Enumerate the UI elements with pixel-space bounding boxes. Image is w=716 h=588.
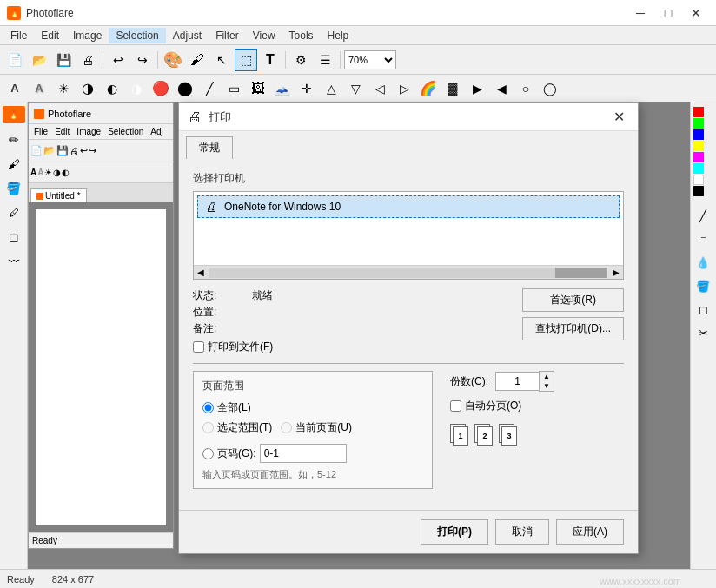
tool-brush[interactable]: 🖌 [3,153,25,175]
layers-button[interactable]: ☰ [314,49,336,71]
color-yellow[interactable] [693,141,704,151]
settings-button[interactable]: ⚙ [289,49,312,71]
preferences-button[interactable]: 首选项(R) [522,288,624,312]
cancel-button[interactable]: 取消 [495,519,549,545]
color-button[interactable]: 🎨 [162,49,184,71]
scroll-thumb[interactable] [555,268,607,278]
select-button[interactable]: ⬚ [235,49,257,71]
color-red[interactable] [693,107,704,117]
image2-button[interactable]: 🗻 [271,77,294,100]
radio-current[interactable] [281,422,292,433]
tri4-button[interactable]: ▷ [393,77,415,100]
arrow-button[interactable]: ↖ [210,49,233,71]
tool-right-3[interactable]: 💧 [693,252,713,273]
inner-menu-selection[interactable]: Selection [104,127,147,136]
color-black[interactable] [693,186,704,196]
tri3-button[interactable]: ◁ [368,77,391,100]
menu-filter[interactable]: Filter [209,28,246,43]
inner-menu-edit[interactable]: Edit [51,127,73,136]
palette-button[interactable]: 🖌 [186,49,209,71]
text-shadow-button[interactable]: A [28,77,50,100]
color-blue[interactable] [693,129,704,140]
open-button[interactable]: 📂 [28,49,50,71]
dialog-close-button[interactable]: ✕ [608,109,629,126]
gray-button[interactable]: ▓ [441,77,464,100]
circle2-button[interactable]: ◯ [539,77,561,100]
menu-image[interactable]: Image [66,28,109,43]
menu-file[interactable]: File [3,28,34,43]
radio-all[interactable] [202,402,214,413]
collate-checkbox[interactable] [450,400,461,412]
minimize-button[interactable]: ─ [627,4,653,22]
brightness-button[interactable]: ☀ [52,77,75,100]
tool-right-4[interactable]: 🪣 [693,275,713,296]
menu-adjust[interactable]: Adjust [166,28,209,43]
save-button[interactable]: 💾 [52,49,75,71]
tool-eraser[interactable]: ◻ [3,226,25,248]
zoom-select[interactable]: 70% [344,50,396,69]
redo-button[interactable]: ↪ [131,49,154,71]
close-button[interactable]: ✕ [683,4,709,22]
color-cyan[interactable] [693,163,704,174]
inner-menu-adj[interactable]: Adj [147,127,166,136]
tone1-button[interactable]: ◐ [101,77,123,100]
undo-button[interactable]: ↩ [107,49,129,71]
tone2-button[interactable]: ◑ [125,77,148,100]
copies-increment[interactable]: ▲ [540,372,554,381]
tri1-button[interactable]: △ [320,77,342,100]
text-color-button[interactable]: A [3,77,26,100]
ellipse-button[interactable]: ⬤ [174,77,196,100]
arrow2-button[interactable]: ▶ [466,77,488,100]
radio-selection[interactable] [202,422,214,433]
print-button[interactable]: 🖨 [76,49,99,71]
menu-edit[interactable]: Edit [34,28,66,43]
tool-right-2[interactable]: ⁻ [693,228,713,249]
tool-right-6[interactable]: ✂ [693,322,713,343]
tool-right-5[interactable]: ◻ [693,299,713,320]
tri2-button[interactable]: ▽ [344,77,367,100]
tool-pencil[interactable]: ✏ [3,129,25,151]
menu-tools[interactable]: Tools [282,28,321,43]
menu-selection[interactable]: Selection [109,28,165,43]
tool-pen[interactable]: 🖊 [3,202,25,224]
color-white[interactable] [693,175,704,185]
radio-pages[interactable] [202,448,214,459]
collate-label: 自动分页(O) [465,399,521,413]
collate-group-3: 3 3 [499,424,514,443]
spectrum-button[interactable]: 🌈 [417,77,440,100]
contrast-button[interactable]: ◑ [76,77,99,100]
pages-input[interactable] [260,444,347,463]
inner-menu-image[interactable]: Image [73,127,104,136]
app-icon: 🔥 [7,6,21,20]
tool-fill[interactable]: 🪣 [3,177,25,200]
copies-input[interactable] [495,372,539,391]
find-printer-button[interactable]: 查找打印机(D)... [522,317,624,340]
printer-item-onenote[interactable]: 🖨 OneNote for Windows 10 [197,195,620,218]
new-button[interactable]: 📄 [3,49,26,71]
line-button[interactable]: ╱ [198,77,221,100]
rect-button[interactable]: ▭ [222,77,245,100]
dialog-tab-general[interactable]: 常规 [186,136,233,159]
print-button[interactable]: 打印(P) [421,519,488,545]
scroll-left-button[interactable]: ◀ [194,266,208,280]
arrow3-button[interactable]: ◀ [490,77,513,100]
maximize-button[interactable]: □ [655,4,681,22]
inner-doc-tab[interactable]: Untitled * [30,188,87,202]
color-magenta[interactable] [693,152,704,162]
move-button[interactable]: ✛ [295,77,318,100]
apply-button[interactable]: 应用(A) [556,519,624,545]
notes-value [252,321,273,336]
tool-right-1[interactable]: ╱ [693,205,713,226]
scroll-right-button[interactable]: ▶ [609,266,623,280]
menu-view[interactable]: View [246,28,282,43]
circle-button[interactable]: ○ [514,77,537,100]
hue-button[interactable]: 🔴 [149,77,172,100]
copies-decrement[interactable]: ▼ [540,381,554,391]
print-to-file-checkbox[interactable] [193,341,204,353]
tool-smudge[interactable]: 〰 [3,250,25,273]
menu-help[interactable]: Help [321,28,356,43]
color-green[interactable] [693,118,704,129]
image-button[interactable]: 🖼 [247,77,269,100]
text-button[interactable]: T [259,49,282,71]
inner-menu-file[interactable]: File [30,127,51,136]
